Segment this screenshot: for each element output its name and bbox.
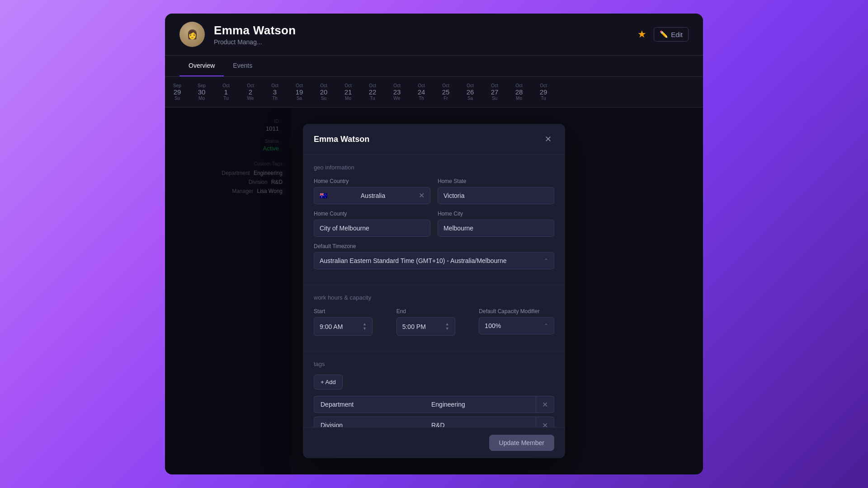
update-member-button[interactable]: Update Member [489, 435, 554, 451]
city-input[interactable]: Melbourne [438, 220, 554, 237]
calendar-strip: Sep 29 Su Sep 30 Mo Oct 1 Tu Oct 2 We Oc… [165, 77, 703, 108]
cal-item[interactable]: Sep 29 Su [165, 80, 189, 103]
work-hours-section: Work Hours & Capacity Start 9:00 AM ▲ ▼ [303, 285, 565, 352]
start-group: Start 9:00 AM ▲ ▼ [314, 308, 389, 336]
geo-section-title: Geo information [314, 164, 554, 171]
state-group: Home State Victoria [438, 178, 554, 204]
tags-section-title: Tags [314, 361, 554, 367]
tab-events[interactable]: Events [224, 56, 261, 76]
end-spinner: ▲ ▼ [445, 322, 449, 331]
country-group: Home Country 🇦🇺 Australia ✕ [314, 178, 430, 204]
add-tag-button[interactable]: + Add [314, 375, 343, 389]
cal-item[interactable]: Oct 19 Sa [287, 80, 311, 103]
city-group: Home City Melbourne [438, 211, 554, 237]
state-input[interactable]: Victoria [438, 187, 554, 204]
start-up-icon[interactable]: ▲ [363, 322, 367, 326]
tags-section: Tags + Add Department Engineering ✕ [303, 352, 565, 427]
cal-item[interactable]: Oct 2 We [238, 80, 263, 103]
cal-item[interactable]: Sep 30 Mo [189, 80, 214, 103]
cal-item[interactable]: Oct 3 Th [263, 80, 287, 103]
timezone-select[interactable]: Australian Eastern Standard Time (GMT+10… [314, 252, 554, 269]
edit-label: Edit [671, 31, 683, 38]
timezone-row: Default Timezone Australian Eastern Stan… [314, 243, 554, 269]
country-clear-icon[interactable]: ✕ [419, 192, 425, 199]
end-down-icon[interactable]: ▼ [445, 327, 449, 331]
cal-item[interactable]: Oct 25 Fr [434, 80, 458, 103]
pencil-icon: ✏️ [660, 30, 668, 38]
state-value: Victoria [443, 192, 464, 199]
header: 👩 Emma Watson Product Manag... ★ ✏️ Edit [165, 14, 703, 56]
capacity-group: Default Capacity Modifier 100% ⌃ [479, 308, 554, 336]
county-group: Home County City of Melbourne [314, 211, 430, 237]
modal-overlay: Emma Watson ✕ Geo information Home Count… [165, 108, 703, 474]
geo-section: Geo information Home Country 🇦🇺 Australi… [303, 155, 565, 285]
start-label: Start [314, 308, 389, 314]
country-label: Home Country [314, 178, 430, 184]
capacity-chevron-icon: ⌃ [544, 323, 548, 329]
cal-item[interactable]: Oct 24 Th [409, 80, 434, 103]
tag-delete-division[interactable]: ✕ [536, 417, 554, 427]
start-spinner: ▲ ▼ [363, 322, 367, 331]
cal-item[interactable]: Oct 27 Su [482, 80, 507, 103]
end-group: End 5:00 PM ▲ ▼ [396, 308, 472, 336]
timezone-value: Australian Eastern Standard Time (GMT+10… [320, 257, 507, 264]
city-label: Home City [438, 211, 554, 217]
timezone-chevron-icon: ⌃ [544, 258, 548, 264]
user-role: Product Manag... [214, 38, 628, 46]
modal: Emma Watson ✕ Geo information Home Count… [303, 124, 565, 458]
cal-item[interactable]: Oct 1 Tu [214, 80, 238, 103]
start-time-value: 9:00 AM [320, 323, 343, 330]
tag-val-department[interactable]: Engineering [425, 396, 536, 413]
edit-button[interactable]: ✏️ Edit [654, 27, 689, 42]
county-label: Home County [314, 211, 430, 217]
timezone-group: Default Timezone Australian Eastern Stan… [314, 243, 554, 269]
main-content: ID 1011 Status Active Custom Tags Depart… [165, 108, 703, 474]
cal-item[interactable]: Oct 29 Tu [531, 80, 556, 103]
tab-overview[interactable]: Overview [179, 56, 224, 76]
tag-key-department[interactable]: Department [314, 396, 425, 413]
country-value: Australia [361, 192, 385, 199]
user-name: Emma Watson [214, 23, 628, 38]
end-label: End [396, 308, 472, 314]
add-tag-label: + Add [321, 379, 336, 385]
capacity-value: 100% [485, 322, 501, 329]
modal-body: Geo information Home Country 🇦🇺 Australi… [303, 155, 565, 427]
tag-delete-department[interactable]: ✕ [536, 396, 554, 413]
favorite-icon[interactable]: ★ [637, 28, 646, 40]
country-input[interactable]: 🇦🇺 Australia ✕ [314, 187, 430, 204]
city-value: Melbourne [443, 225, 473, 232]
start-time-input[interactable]: 9:00 AM ▲ ▼ [314, 317, 373, 336]
state-label: Home State [438, 178, 554, 184]
start-down-icon[interactable]: ▼ [363, 327, 367, 331]
cal-item[interactable]: Oct 26 Sa [458, 80, 482, 103]
end-up-icon[interactable]: ▲ [445, 322, 449, 326]
timezone-label: Default Timezone [314, 243, 554, 249]
modal-header: Emma Watson ✕ [303, 124, 565, 155]
capacity-select[interactable]: 100% ⌃ [479, 317, 554, 334]
work-hours-section-title: Work Hours & Capacity [314, 294, 554, 301]
county-value: City of Melbourne [320, 225, 369, 232]
country-state-row: Home Country 🇦🇺 Australia ✕ Home State [314, 178, 554, 204]
header-actions: ★ ✏️ Edit [637, 27, 689, 42]
end-time-value: 5:00 PM [402, 323, 426, 330]
tag-entry-division: Division R&D ✕ [314, 417, 554, 427]
cal-item[interactable]: Oct 28 Mo [507, 80, 531, 103]
modal-footer: Update Member [303, 427, 565, 458]
modal-title: Emma Watson [314, 135, 369, 144]
cal-item[interactable]: Oct 21 Mo [336, 80, 360, 103]
tabs-bar: Overview Events [165, 56, 703, 77]
header-info: Emma Watson Product Manag... [214, 23, 628, 46]
cal-item[interactable]: Oct 22 Tu [360, 80, 385, 103]
capacity-label: Default Capacity Modifier [479, 308, 554, 314]
cal-item[interactable]: Oct 23 We [385, 80, 409, 103]
end-time-input[interactable]: 5:00 PM ▲ ▼ [396, 317, 455, 336]
county-city-row: Home County City of Melbourne Home City … [314, 211, 554, 237]
cal-item[interactable]: Oct 20 Su [311, 80, 336, 103]
county-input[interactable]: City of Melbourne [314, 220, 430, 237]
tag-key-division[interactable]: Division [314, 417, 425, 427]
tag-val-division[interactable]: R&D [425, 417, 536, 427]
times-row: Start 9:00 AM ▲ ▼ End [314, 308, 554, 336]
close-button[interactable]: ✕ [542, 133, 554, 145]
tag-entry-department: Department Engineering ✕ [314, 396, 554, 413]
app-window: 👩 Emma Watson Product Manag... ★ ✏️ Edit… [165, 14, 703, 474]
